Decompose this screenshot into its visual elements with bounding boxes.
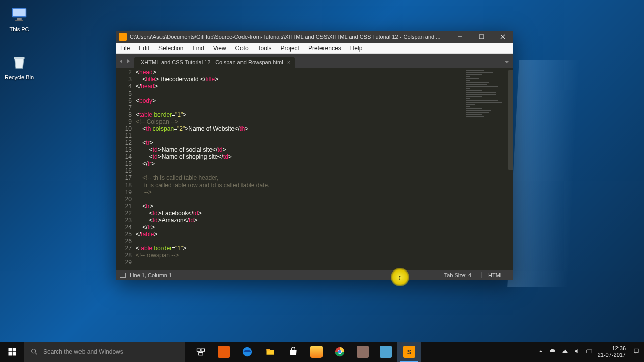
minimap[interactable] xyxy=(466,70,511,115)
line-gutter: 2345678910111213141516171819202122232425… xyxy=(116,68,136,270)
code-content[interactable]: <head> <title> thecoderworld </title></h… xyxy=(136,68,513,270)
menu-find[interactable]: Find xyxy=(188,43,208,54)
menu-project[interactable]: Project xyxy=(276,43,304,54)
nav-back-icon[interactable] xyxy=(119,57,124,66)
desktop-icon-recycle-bin[interactable]: Recycle Bin xyxy=(0,52,38,80)
panel-icon[interactable] xyxy=(120,273,126,278)
svg-rect-9 xyxy=(9,348,12,352)
syntax-language[interactable]: HTML xyxy=(481,272,509,278)
taskbar-app-2[interactable] xyxy=(305,342,328,362)
tray-notifications-icon[interactable] xyxy=(633,348,640,356)
taskbar-store[interactable] xyxy=(282,342,305,362)
desktop-icon-label: This PC xyxy=(0,26,38,32)
svg-rect-17 xyxy=(199,353,203,355)
tab-label: XHTML and CSS Tutorial 12 - Colspan and … xyxy=(141,59,283,65)
menu-selection[interactable]: Selection xyxy=(154,43,188,54)
svg-rect-19 xyxy=(267,349,271,351)
vertical-scrollbar[interactable] xyxy=(507,68,513,270)
task-view-button[interactable] xyxy=(189,342,212,362)
editor-window: C:\Users\Asus\Documents\GitHub\Source-Co… xyxy=(116,31,513,280)
scrollbar-thumb[interactable] xyxy=(508,70,513,170)
cursor-position[interactable]: Line 1, Column 1 xyxy=(130,272,172,278)
taskbar-sublime[interactable]: S xyxy=(397,342,421,362)
taskbar-apps: S xyxy=(189,342,421,362)
minimize-button[interactable] xyxy=(450,31,471,43)
taskbar: Search the web and Windows S 12:36 21-07… xyxy=(0,342,644,362)
window-title: C:\Users\Asus\Documents\GitHub\Source-Co… xyxy=(130,34,450,40)
tray-onedrive-icon[interactable] xyxy=(549,348,556,356)
search-icon xyxy=(30,348,38,356)
desktop-icon-label: Recycle Bin xyxy=(0,74,38,80)
tab-dropdown-icon[interactable] xyxy=(504,58,509,67)
search-placeholder: Search the web and Windows xyxy=(43,348,123,355)
nav-forward-icon[interactable] xyxy=(126,57,131,66)
taskbar-explorer[interactable] xyxy=(259,342,282,362)
svg-rect-25 xyxy=(586,350,592,353)
desktop-icon-this-pc[interactable]: This PC xyxy=(0,4,38,32)
svg-rect-10 xyxy=(13,348,16,352)
taskbar-app-3[interactable] xyxy=(351,342,374,362)
tray-volume-icon[interactable] xyxy=(574,348,581,356)
svg-rect-2 xyxy=(17,18,22,20)
svg-line-14 xyxy=(35,353,37,354)
menu-file[interactable]: File xyxy=(116,43,134,54)
svg-point-13 xyxy=(32,349,36,353)
status-bar: Line 1, Column 1 Tab Size: 4 HTML xyxy=(116,270,513,280)
menu-goto[interactable]: Goto xyxy=(231,43,253,54)
taskbar-edge[interactable] xyxy=(235,342,259,362)
code-editor[interactable]: 2345678910111213141516171819202122232425… xyxy=(116,68,513,270)
tab-bar: XHTML and CSS Tutorial 12 - Colspan and … xyxy=(116,54,513,68)
taskbar-app-1[interactable] xyxy=(212,342,235,362)
menu-preferences[interactable]: Preferences xyxy=(304,43,346,54)
svg-rect-6 xyxy=(479,35,484,39)
tray-keyboard-icon[interactable] xyxy=(586,348,593,356)
tray-chevron-icon[interactable] xyxy=(537,348,544,356)
menu-tools[interactable]: Tools xyxy=(253,43,276,54)
svg-rect-15 xyxy=(197,349,201,351)
tray-network-icon[interactable] xyxy=(561,348,569,356)
svg-rect-26 xyxy=(634,349,638,352)
title-bar[interactable]: C:\Users\Asus\Documents\GitHub\Source-Co… xyxy=(116,31,513,43)
maximize-button[interactable] xyxy=(471,31,492,43)
menu-help[interactable]: Help xyxy=(346,43,367,54)
svg-rect-1 xyxy=(13,9,25,16)
svg-rect-16 xyxy=(201,349,205,351)
tray-time: 12:36 xyxy=(598,345,626,352)
tray-date: 21-07-2017 xyxy=(598,352,626,358)
taskbar-chrome[interactable] xyxy=(328,342,351,362)
close-button[interactable] xyxy=(492,31,513,43)
svg-rect-3 xyxy=(15,20,23,21)
tray-clock[interactable]: 12:36 21-07-2017 xyxy=(598,345,628,358)
taskbar-search[interactable]: Search the web and Windows xyxy=(24,342,185,362)
desktop-light xyxy=(507,60,580,287)
tab-close-icon[interactable]: × xyxy=(287,59,290,65)
this-pc-icon xyxy=(9,4,29,24)
start-button[interactable] xyxy=(0,342,24,362)
taskbar-app-4[interactable] xyxy=(374,342,397,362)
menu-view[interactable]: View xyxy=(209,43,231,54)
menu-edit[interactable]: Edit xyxy=(134,43,154,54)
svg-rect-11 xyxy=(9,352,12,356)
recycle-bin-icon xyxy=(9,52,29,72)
app-icon xyxy=(119,33,127,41)
tab-active[interactable]: XHTML and CSS Tutorial 12 - Colspan and … xyxy=(134,57,295,68)
tab-size[interactable]: Tab Size: 4 xyxy=(438,272,477,278)
svg-rect-4 xyxy=(14,57,25,59)
svg-rect-12 xyxy=(13,352,16,356)
menu-bar: FileEditSelectionFindViewGotoToolsProjec… xyxy=(116,43,513,54)
svg-point-24 xyxy=(338,350,341,353)
system-tray: 12:36 21-07-2017 xyxy=(533,345,644,358)
